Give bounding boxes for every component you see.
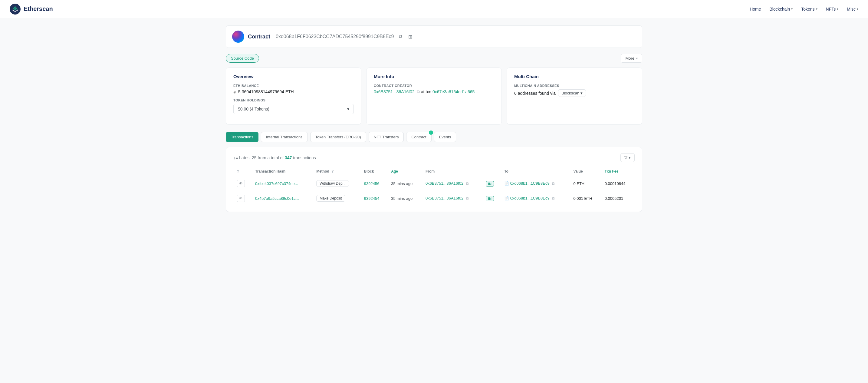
summary-prefix: ↓≡ Latest 25 from a total of — [234, 155, 284, 160]
page-content: Contract 0xd068b1F6F0623CbCC7ADC7545290f… — [216, 18, 652, 219]
token-holdings-field: TOKEN HOLDINGS $0.00 (4 Tokens) ▾ — [234, 98, 354, 114]
row1-direction-cell: IN — [482, 176, 501, 191]
header: Etherscan Home Blockchain ▾ Tokens ▾ NFT… — [0, 0, 868, 18]
logo-area: Etherscan — [10, 4, 53, 14]
row2-to-link[interactable]: 0xd068b1...1C9B8Ec9 — [510, 196, 550, 200]
contract-avatar — [232, 31, 244, 43]
contract-creator-label: CONTRACT CREATOR — [374, 84, 494, 88]
row1-fee-cell: 0.00010844 — [601, 176, 634, 191]
blockscan-select[interactable]: Blockscan ▾ — [558, 89, 586, 97]
token-holdings-label: TOKEN HOLDINGS — [234, 98, 354, 102]
multichain-field: MULTICHAIN ADDRESSES 6 addresses found v… — [514, 84, 634, 97]
tabs-row: Transactions Internal Transactions Token… — [226, 132, 642, 142]
logo-text: Etherscan — [24, 5, 53, 12]
row1-value-cell: 0 ETH — [569, 176, 601, 191]
row2-tx-hash-link[interactable]: 0x4b7a9a5cca89c0e1c... — [255, 196, 299, 201]
th-method: Method ? — [313, 167, 361, 176]
row2-direction-cell: IN — [482, 191, 501, 206]
row2-method-cell: Make Deposit — [313, 191, 361, 206]
tab-transactions[interactable]: Transactions — [226, 132, 258, 142]
copy-address-button[interactable]: ⧉ — [398, 33, 403, 40]
filter-button[interactable]: ▽ ▾ — [620, 153, 634, 162]
tab-nft-transfers[interactable]: NFT Transfers — [369, 132, 404, 142]
row2-from-cell: 0x6B3751...36A16f02 ⧉ — [422, 191, 482, 206]
filter-icon: ▽ — [624, 155, 627, 160]
th-eye: ? — [234, 167, 251, 176]
row1-to-link[interactable]: 0xd068b1...1C9B8Ec9 — [510, 181, 550, 185]
row1-block-link[interactable]: 9392456 — [364, 181, 379, 186]
row1-method-cell: Withdraw Dep... — [313, 176, 361, 191]
nav-home[interactable]: Home — [750, 7, 761, 11]
row2-block-link[interactable]: 9392454 — [364, 196, 379, 201]
row1-eye-button[interactable]: 👁 — [237, 180, 245, 187]
tab-contract[interactable]: Contract ✓ — [406, 132, 431, 142]
nav-nfts[interactable]: NFTs ▾ — [826, 7, 839, 11]
th-from: From — [422, 167, 482, 176]
row2-copy-to[interactable]: ⧉ — [552, 196, 554, 200]
row1-from-cell: 0x6B3751...36A16f02 ⧉ — [422, 176, 482, 191]
overview-title: Overview — [234, 74, 354, 79]
table-head: ? Transaction Hash Method ? Block Age Fr… — [234, 167, 634, 176]
main-nav: Home Blockchain ▾ Tokens ▾ NFTs ▾ Misc ▾ — [750, 7, 858, 11]
nav-blockchain[interactable]: Blockchain ▾ — [769, 7, 793, 11]
multichain-value-row: 6 addresses found via Blockscan ▾ — [514, 89, 634, 97]
summary-suffix: transactions — [293, 155, 316, 160]
row2-age-cell: 35 mins ago — [388, 191, 422, 206]
row1-copy-to[interactable]: ⧉ — [552, 181, 554, 185]
creator-tx-link[interactable]: 0x67e3a6164dd1a665... — [433, 89, 478, 94]
multi-chain-title: Multi Chain — [514, 74, 634, 79]
tab-internal-transactions[interactable]: Internal Transactions — [261, 132, 308, 142]
th-hash: Transaction Hash — [251, 167, 313, 176]
row1-eye-cell: 👁 — [234, 176, 251, 191]
fee-header-link[interactable]: Txn Fee — [605, 169, 618, 174]
table-summary: ↓≡ Latest 25 from a total of 347 transac… — [234, 155, 316, 160]
row1-hash-cell: 0xfce4037c697c374ee... — [251, 176, 313, 191]
creator-address-link[interactable]: 0x6B3751...36A16f02 — [374, 89, 415, 94]
row1-direction-badge: IN — [486, 181, 494, 186]
th-age: Age — [388, 167, 422, 176]
addresses-count-text: 6 addresses found via — [514, 91, 556, 96]
more-chevron: ▾ — [636, 57, 638, 60]
row2-from-link[interactable]: 0x6B3751...36A16f02 — [426, 196, 463, 200]
multi-chain-card: Multi Chain MULTICHAIN ADDRESSES 6 addre… — [507, 67, 642, 125]
contract-label: Contract — [248, 34, 270, 40]
contract-tab-badge: ✓ — [429, 130, 433, 135]
row2-copy-from[interactable]: ⧉ — [466, 196, 468, 200]
row1-tx-hash-link[interactable]: 0xfce4037c697c374ee... — [255, 181, 298, 186]
contract-header: Contract 0xd068b1F6F0623CbCC7ADC7545290f… — [226, 25, 642, 48]
blockscan-chevron: ▾ — [581, 91, 583, 95]
qr-code-button[interactable]: ⊞ — [407, 33, 413, 41]
blockchain-chevron: ▾ — [791, 7, 793, 10]
table-body: 👁 0xfce4037c697c374ee... Withdraw Dep...… — [234, 176, 634, 206]
nav-misc[interactable]: Misc ▾ — [847, 7, 858, 11]
row2-eye-cell: 👁 — [234, 191, 251, 206]
tab-events[interactable]: Events — [434, 132, 456, 142]
row2-eye-button[interactable]: 👁 — [237, 195, 245, 202]
total-count[interactable]: 347 — [285, 155, 292, 160]
th-fee: Txn Fee — [601, 167, 634, 176]
th-block: Block — [361, 167, 388, 176]
table-header-row: ↓≡ Latest 25 from a total of 347 transac… — [234, 153, 634, 162]
tokens-chevron: ▾ — [816, 7, 817, 10]
overview-card: Overview ETH BALANCE ◈ 5.360410988144979… — [226, 67, 361, 125]
row1-to-cell: 📄 0xd068b1...1C9B8Ec9 ⧉ — [501, 176, 569, 191]
nav-tokens[interactable]: Tokens ▾ — [801, 7, 817, 11]
eth-amount: 5.360410988144979694 ETH — [238, 89, 294, 94]
row1-from-link[interactable]: 0x6B3751...36A16f02 — [426, 181, 463, 185]
logo-icon — [10, 4, 21, 14]
method-help-icon[interactable]: ? — [332, 169, 334, 174]
row2-to-cell: 📄 0xd068b1...1C9B8Ec9 ⧉ — [501, 191, 569, 206]
source-code-button[interactable]: Source Code — [226, 54, 259, 63]
row1-block-cell: 9392456 — [361, 176, 388, 191]
age-header-link[interactable]: Age — [391, 169, 398, 174]
tab-token-transfers[interactable]: Token Transfers (ERC-20) — [310, 132, 366, 142]
nfts-chevron: ▾ — [837, 7, 838, 10]
more-info-card: More Info CONTRACT CREATOR 0x6B3751...36… — [366, 67, 502, 125]
misc-chevron: ▾ — [857, 7, 858, 10]
cards-row: Overview ETH BALANCE ◈ 5.360410988144979… — [226, 67, 642, 125]
token-holdings-dropdown[interactable]: $0.00 (4 Tokens) ▾ — [234, 104, 354, 114]
more-button[interactable]: More ▾ — [621, 54, 642, 63]
row1-copy-from[interactable]: ⧉ — [466, 181, 468, 185]
multichain-label: MULTICHAIN ADDRESSES — [514, 84, 634, 88]
copy-creator-button[interactable]: ⧉ — [417, 89, 420, 94]
